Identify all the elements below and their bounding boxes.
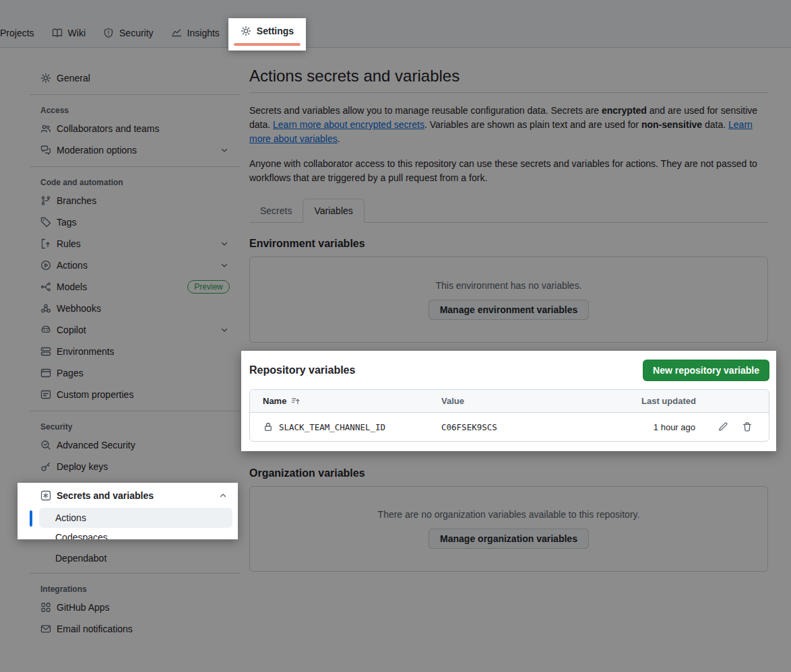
organization-variables-heading: Organization variables (249, 467, 768, 479)
gear-icon (241, 26, 251, 36)
manage-environment-variables-button[interactable]: Manage environment variables (429, 300, 590, 320)
chevron-down-icon (219, 260, 230, 271)
sidebar-item-general[interactable]: General (16, 67, 241, 89)
sidebar-item-github-apps[interactable]: GitHub Apps (16, 597, 241, 618)
sidebar-item-moderation-options[interactable]: Moderation options (16, 139, 241, 161)
tag-icon (40, 217, 51, 228)
tab-label: Insights (187, 28, 220, 38)
collaborator-note: Anyone with collaborator access to this … (249, 157, 768, 185)
secrets-and-variables-spotlight: Secrets and variables Actions Codespaces (18, 483, 238, 539)
sidebar-item-webhooks[interactable]: Webhooks (16, 298, 241, 319)
sidebar-item-models[interactable]: Models Preview (16, 276, 241, 298)
column-header-name[interactable]: Name (263, 396, 441, 406)
column-header-value: Value (441, 396, 641, 406)
sidebar-item-deploy-keys[interactable]: Deploy keys (16, 456, 241, 477)
page-title: Actions secrets and variables (249, 67, 768, 93)
sidebar-subitem-actions[interactable]: Actions (39, 508, 232, 528)
sidebar-item-branches[interactable]: Branches (16, 190, 241, 211)
active-tab-underline (234, 43, 300, 46)
environment-variables-empty-box: This environment has no variables. Manag… (249, 257, 768, 343)
sidebar-item-copilot[interactable]: Copilot (16, 319, 241, 341)
book-icon (52, 28, 63, 38)
lock-icon (263, 422, 274, 432)
environments-icon (40, 346, 51, 357)
tab-projects[interactable]: Projects (0, 18, 43, 47)
graph-icon (171, 28, 182, 38)
manage-organization-variables-button[interactable]: Manage organization variables (429, 529, 589, 549)
mail-icon (40, 624, 51, 634)
sidebar-item-actions[interactable]: Actions (16, 255, 241, 276)
rule-icon (40, 238, 51, 249)
chevron-down-icon (219, 325, 230, 335)
repository-variables-table: Name Value Last updated SLACK_TEAM_CHANN… (249, 389, 769, 442)
webhook-icon (40, 303, 51, 314)
sort-ascending-icon (290, 397, 301, 406)
git-branch-icon (40, 195, 51, 206)
sidebar-item-tags[interactable]: Tags (16, 211, 241, 233)
sidebar-item-collaborators[interactable]: Collaborators and teams (16, 118, 241, 139)
intro-paragraph: Secrets and variables allow you to manag… (249, 104, 768, 146)
secrets-variables-tabs: Secrets Variables (249, 199, 768, 223)
column-header-last-updated: Last updated (641, 396, 695, 406)
tab-wiki[interactable]: Wiki (43, 18, 94, 47)
settings-tab-spotlight: Settings (228, 18, 306, 51)
row-actions (718, 422, 758, 432)
copilot-icon (40, 325, 51, 335)
tab-label: Projects (0, 28, 34, 38)
repository-variables-spotlight: Repository variables New repository vari… (241, 351, 776, 451)
people-icon (40, 123, 51, 134)
shield-icon (103, 28, 114, 38)
tab-variables[interactable]: Variables (303, 199, 364, 223)
tab-label: Wiki (68, 28, 86, 38)
organization-empty-text: There are no organization variables avai… (378, 509, 640, 520)
link-encrypted-secrets[interactable]: Learn more about encrypted secrets (273, 119, 424, 130)
pencil-icon (718, 422, 728, 432)
new-repository-variable-button[interactable]: New repository variable (643, 360, 769, 381)
delete-variable-button[interactable] (742, 422, 753, 432)
edit-variable-button[interactable] (718, 422, 728, 432)
github-repo-settings-page: Projects Wiki Security Insights Settings (0, 0, 791, 640)
sidebar-subitem-codespaces[interactable]: Codespaces (18, 528, 238, 539)
repo-tabs: Projects Wiki Security Insights Settings (0, 18, 306, 47)
tab-insights[interactable]: Insights (162, 18, 228, 47)
apps-icon (40, 602, 51, 613)
sidebar-item-custom-properties[interactable]: Custom properties (16, 384, 241, 405)
table-header-row: Name Value Last updated (250, 390, 769, 413)
sidebar-item-email-notifications[interactable]: Email notifications (16, 618, 241, 640)
tab-security[interactable]: Security (94, 18, 162, 47)
sidebar-item-advanced-security[interactable]: Advanced Security (16, 434, 241, 456)
browser-icon (40, 368, 51, 378)
tab-label: Security (119, 28, 154, 38)
sidebar-item-pages[interactable]: Pages (16, 362, 241, 384)
sidebar-item-rules[interactable]: Rules (16, 233, 241, 255)
gear-icon (40, 73, 51, 83)
divider (30, 166, 241, 167)
sidebar-item-environments[interactable]: Environments (16, 341, 241, 362)
note-icon (40, 389, 51, 400)
environment-variables-heading: Environment variables (249, 238, 768, 250)
sidebar-section-code-and-automation: Code and automation (16, 172, 241, 190)
variable-name-cell: SLACK_TEAM_CHANNEL_ID (263, 422, 441, 432)
codescan-icon (40, 440, 51, 450)
chevron-down-icon (219, 145, 230, 156)
trash-icon (742, 422, 753, 432)
tab-secrets[interactable]: Secrets (249, 199, 303, 222)
key-icon (40, 461, 51, 472)
variable-value-cell: C06FSEK9SCS (441, 422, 641, 432)
comment-discussion-icon (40, 145, 51, 156)
variable-last-updated-cell: 1 hour ago (641, 422, 695, 432)
sidebar-item-secrets-and-variables[interactable]: Secrets and variables (18, 486, 238, 505)
organization-variables-empty-box: There are no organization variables avai… (249, 486, 768, 572)
sidebar-section-integrations: Integrations (16, 579, 241, 597)
play-icon (40, 260, 51, 271)
environment-empty-text: This environment has no variables. (435, 280, 581, 291)
settings-main-content: Actions secrets and variables Secrets an… (249, 48, 768, 572)
divider (30, 94, 241, 95)
divider (30, 411, 241, 411)
key-asterisk-icon (40, 490, 51, 501)
sidebar-section-access: Access (16, 100, 241, 118)
repository-variables-header: Repository variables New repository vari… (249, 360, 769, 381)
sidebar-section-security: Security (16, 417, 241, 434)
sidebar-subitem-dependabot[interactable]: Dependabot (16, 549, 241, 568)
tab-label: Settings (257, 26, 294, 36)
